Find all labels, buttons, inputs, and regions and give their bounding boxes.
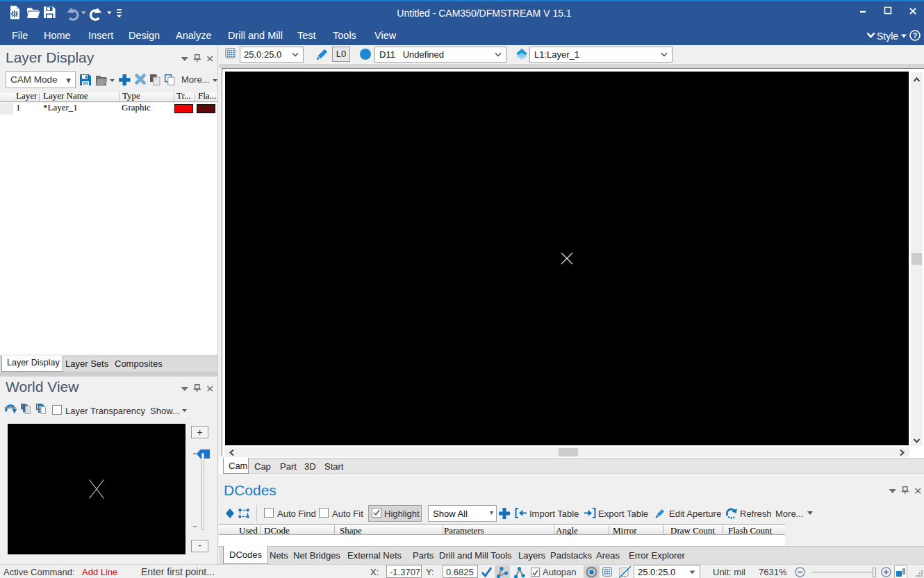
svg-text:?: ? [913, 31, 918, 40]
svg-text:Layer Transparency: Layer Transparency [65, 406, 145, 416]
svg-text:Show...: Show... [150, 406, 180, 416]
svg-text:More...: More... [181, 74, 209, 85]
